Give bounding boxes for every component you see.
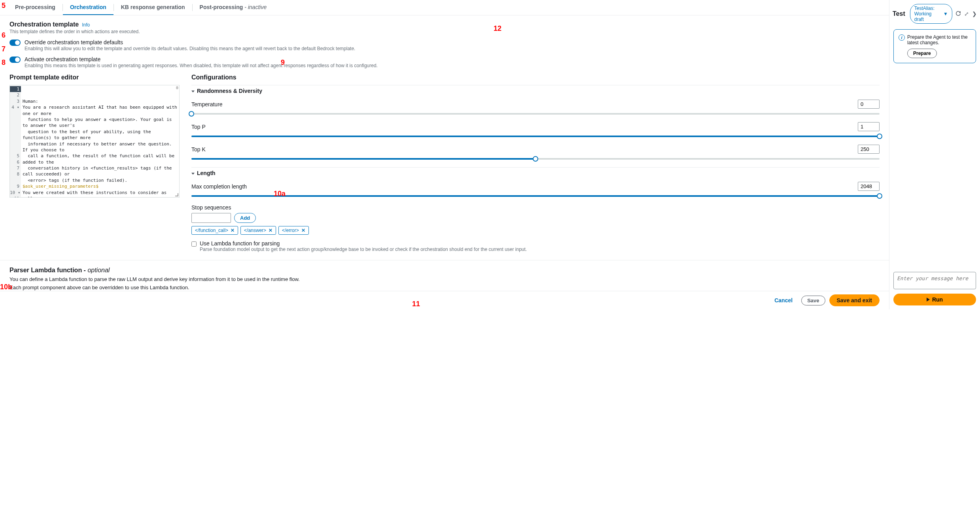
length-header[interactable]: Length xyxy=(191,168,880,179)
tab-bar: Pre-processing Orchestration KB response… xyxy=(0,0,889,15)
play-icon xyxy=(927,298,930,302)
topk-input[interactable] xyxy=(858,145,880,154)
override-desc: Enabling this will allow you to edit the… xyxy=(25,46,880,51)
editor-content[interactable]: Human: You are a research assistant AI t… xyxy=(21,85,179,197)
maxlen-slider[interactable] xyxy=(191,193,880,199)
footer: Cancel Save Save and exit xyxy=(0,291,889,309)
tab-kb-response[interactable]: KB response generation xyxy=(114,0,192,15)
topp-slider[interactable] xyxy=(191,134,880,139)
topk-slider[interactable] xyxy=(191,156,880,162)
section-title: Orchestration template xyxy=(9,21,79,28)
activate-label: Activate orchestration template xyxy=(25,56,880,62)
activate-toggle[interactable] xyxy=(9,57,21,63)
stopseq-input[interactable] xyxy=(191,213,231,223)
stop-token: </function_call>✕ xyxy=(191,226,238,235)
maxlen-input[interactable] xyxy=(858,182,880,191)
resize-handle[interactable] xyxy=(174,192,178,196)
lambda-parse-checkbox[interactable] xyxy=(191,241,197,247)
info-link[interactable]: Info xyxy=(82,22,90,28)
section-desc: This template defines the order in which… xyxy=(9,29,880,34)
override-label: Override orchestration template defaults xyxy=(25,39,880,45)
editor-title: Prompt template editor xyxy=(9,74,180,81)
alias-dropdown[interactable]: TestAlias: Working draft ▼ xyxy=(910,4,952,24)
run-button[interactable]: Run xyxy=(893,294,976,305)
token-remove-icon[interactable]: ✕ xyxy=(231,228,235,233)
stop-token: </answer>✕ xyxy=(240,226,276,235)
cancel-button[interactable]: Cancel xyxy=(770,295,797,306)
override-toggle[interactable] xyxy=(9,40,21,46)
parser-title: Parser Lambda function - optional xyxy=(9,267,880,274)
save-exit-button[interactable]: Save and exit xyxy=(829,294,880,306)
stopseq-add-button[interactable]: Add xyxy=(234,213,256,223)
editor-gutter: 1234 ▾ 5678 9 10 ▾11 12 ▾13 ▾14 ▾ xyxy=(10,85,21,197)
token-remove-icon[interactable]: ✕ xyxy=(269,228,272,233)
temperature-slider[interactable] xyxy=(191,111,880,117)
code-editor[interactable]: 1234 ▾ 5678 9 10 ▾11 12 ▾13 ▾14 ▾ Human:… xyxy=(9,85,180,198)
temperature-input[interactable] xyxy=(858,100,880,109)
refresh-icon[interactable] xyxy=(955,11,961,17)
tab-orchestration[interactable]: Orchestration xyxy=(63,0,114,15)
prepare-button[interactable]: Prepare xyxy=(907,49,937,58)
activate-desc: Enabling this means this template is use… xyxy=(25,63,880,68)
topp-input[interactable] xyxy=(858,122,880,131)
info-icon: i xyxy=(899,34,905,41)
chevron-right-icon[interactable]: ❯ xyxy=(972,11,977,17)
prepare-alert: i Prepare the Agent to test the latest c… xyxy=(893,29,976,63)
test-message-input[interactable] xyxy=(893,272,976,289)
token-remove-icon[interactable]: ✕ xyxy=(301,228,305,233)
expand-icon[interactable]: ⤢ xyxy=(964,11,969,17)
save-button[interactable]: Save xyxy=(801,296,825,305)
tab-preprocessing[interactable]: Pre-processing xyxy=(8,0,62,15)
test-title: Test xyxy=(893,10,905,17)
randomness-header[interactable]: Randomness & Diversity xyxy=(191,85,880,96)
tab-postprocessing[interactable]: Post-processing - inactive xyxy=(193,0,274,15)
config-title: Configurations xyxy=(191,74,880,81)
stop-token: </error>✕ xyxy=(278,226,309,235)
